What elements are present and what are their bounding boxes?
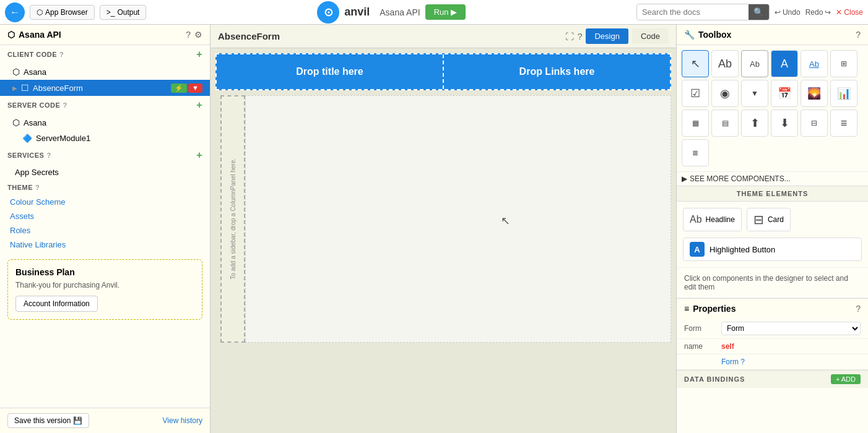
tool-plot[interactable]: 📊	[830, 80, 857, 107]
tool-fileloader[interactable]: ⬆	[741, 109, 768, 137]
app-name: Asana API	[380, 7, 420, 17]
form-lightning-button[interactable]: ⚡	[171, 84, 187, 93]
tool-datagrid[interactable]: ⊞	[830, 50, 857, 77]
sidebar-item-app-secrets[interactable]: App Secrets	[0, 165, 210, 180]
redo-button[interactable]: Redo ↪	[805, 8, 831, 17]
headline-icon: Ab	[690, 214, 702, 225]
left-panel-bottom: Save this version 💾 View history	[0, 408, 210, 433]
sidebar-drop-zone[interactable]: To add a sidebar, drop a ColumnPanel her…	[220, 95, 245, 343]
form-help-button[interactable]: ?	[578, 32, 583, 41]
theme-element-highlighted-button[interactable]: A Highlighted Button	[683, 238, 862, 261]
server-module1-icon: 🔷	[22, 134, 32, 143]
form-menu-button[interactable]: ▼	[188, 84, 202, 93]
output-button[interactable]: >_ Output	[100, 5, 147, 20]
tool-checkbox[interactable]: ☑	[682, 80, 709, 107]
business-plan-title: Business Plan	[15, 267, 194, 277]
tool-textbox[interactable]: Ab	[741, 50, 768, 77]
sidebar-item-native-libraries[interactable]: Native Libraries	[0, 238, 210, 252]
prop-form-label: Form	[684, 324, 721, 333]
card-icon: ⊟	[753, 212, 764, 227]
sidebar-item-asana-client[interactable]: ⬡ Asana	[0, 64, 210, 80]
theme-element-card[interactable]: ⊟ Card	[747, 208, 791, 231]
expand-button[interactable]: ⛶	[565, 32, 574, 41]
undo-button[interactable]: ↩ Undo	[775, 8, 801, 17]
data-bindings-header: DATA BINDINGS + ADD	[677, 370, 868, 388]
theme-element-headline[interactable]: Ab Headline	[683, 208, 742, 231]
sidebar-item-roles[interactable]: Roles	[0, 223, 210, 238]
highlighted-button-icon: A	[690, 242, 705, 257]
properties-section: ≡ Properties ? Form Form name self Form	[677, 298, 868, 370]
server-module-icon: ⬡	[12, 118, 20, 127]
tool-image[interactable]: 🌄	[801, 80, 828, 107]
services-section: SERVICES ? +	[0, 146, 210, 165]
save-icon: 💾	[73, 416, 82, 425]
sidebar-item-asana-server[interactable]: ⬡ Asana	[0, 114, 210, 131]
add-server-button[interactable]: +	[196, 100, 202, 111]
theme-help-icon[interactable]: ?	[35, 184, 40, 191]
tab-code[interactable]: Code	[632, 28, 669, 44]
tool-dropdown[interactable]: ▼	[741, 80, 768, 107]
tool-repeatingpanel[interactable]: ≡	[830, 109, 857, 137]
properties-help-button[interactable]: ?	[856, 304, 861, 314]
close-button[interactable]: ✕ Close	[836, 8, 863, 17]
tool-radiobutton[interactable]: ◉	[711, 80, 739, 107]
search-button[interactable]: 🔍	[749, 4, 769, 20]
tool-button[interactable]: A	[771, 50, 798, 77]
prop-name-value: self	[721, 342, 861, 351]
prop-form-link[interactable]: Form ?	[721, 358, 745, 366]
theme-section: THEME ?	[0, 180, 210, 195]
run-button[interactable]: Run ▶	[425, 4, 466, 20]
tool-gridpanel[interactable]: ▤	[711, 109, 739, 137]
see-more-components[interactable]: ▶ SEE MORE COMPONENTS...	[677, 171, 868, 186]
tab-design[interactable]: Design	[586, 28, 628, 44]
toolbox-help-button[interactable]: ?	[856, 30, 861, 40]
add-binding-button[interactable]: + ADD	[831, 374, 861, 384]
client-code-label: CLIENT CODE	[7, 51, 57, 58]
settings-button[interactable]: ⚙	[194, 30, 202, 40]
tool-columnpanel[interactable]: ▦	[682, 109, 709, 137]
tool-link[interactable]: Ab	[801, 50, 828, 77]
anvil-logo: ⊙	[317, 1, 339, 24]
output-icon: >_	[106, 8, 115, 17]
tool-datepicker[interactable]: 📅	[771, 80, 798, 107]
view-history-link[interactable]: View history	[163, 416, 202, 425]
back-button[interactable]: ←	[5, 2, 25, 22]
server-code-section: SERVER CODE ? +	[0, 96, 210, 114]
main-content-area[interactable]: ↖	[245, 95, 671, 343]
account-information-button[interactable]: Account Information	[15, 296, 98, 312]
server-help-icon[interactable]: ?	[63, 101, 67, 109]
properties-header: ≡ Properties ?	[677, 298, 868, 319]
add-service-button[interactable]: +	[196, 150, 202, 161]
sidebar-item-assets[interactable]: Assets	[0, 209, 210, 223]
save-version-button[interactable]: Save this version 💾	[7, 413, 89, 428]
undo-icon: ↩	[775, 8, 781, 17]
tool-text-label[interactable]: Ab	[711, 50, 739, 77]
brand-name: anvil	[344, 6, 370, 19]
prop-form-select[interactable]: Form	[721, 322, 861, 335]
tool-flowpanel[interactable]: ⊟	[801, 109, 828, 137]
theme-label: THEME	[7, 184, 33, 191]
add-client-button[interactable]: +	[196, 49, 202, 60]
services-help-icon[interactable]: ?	[46, 152, 51, 159]
tool-linearpanel[interactable]: ⬇	[771, 109, 798, 137]
tool-spacer[interactable]: ≣	[682, 139, 709, 166]
tool-cursor[interactable]: ↖	[682, 50, 709, 77]
left-nav: CLIENT CODE ? + ⬡ Asana ▶ ☐ AbsenceForm …	[0, 45, 210, 408]
theme-elements-header: THEME ELEMENTS	[677, 186, 868, 202]
drop-header: Drop title here Drop Links here	[215, 53, 671, 90]
expand-icon: ▶	[12, 85, 17, 92]
form-icon: ☐	[21, 83, 29, 93]
sidebar-item-colour-scheme[interactable]: Colour Scheme	[0, 195, 210, 209]
sidebar-item-absenceform[interactable]: ▶ ☐ AbsenceForm ⚡ ▼	[0, 80, 210, 96]
app-browser-button[interactable]: ⬡ App Browser	[30, 5, 95, 20]
client-help-icon[interactable]: ?	[59, 51, 64, 58]
help-button[interactable]: ?	[186, 30, 191, 40]
search-input[interactable]	[637, 5, 749, 19]
form-title: AbsenceForm	[218, 31, 280, 41]
drop-links-zone[interactable]: Drop Links here	[444, 54, 670, 89]
project-title: ⬡ Asana API	[7, 30, 61, 40]
server-code-label: SERVER CODE	[7, 101, 60, 109]
sidebar-item-servermodule1[interactable]: 🔷 ServerModule1	[0, 131, 210, 146]
save-version-label: Save this version	[14, 416, 71, 425]
drop-title-zone[interactable]: Drop title here	[217, 54, 444, 89]
